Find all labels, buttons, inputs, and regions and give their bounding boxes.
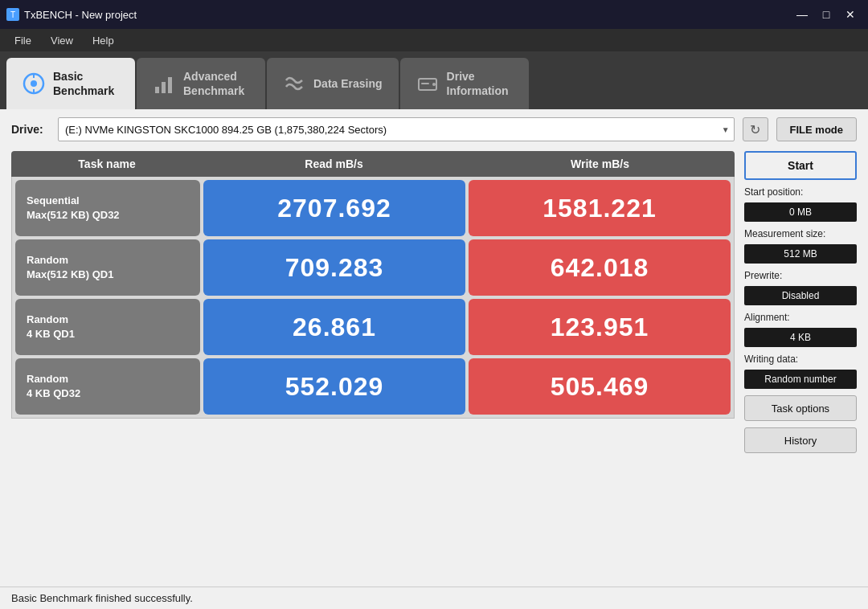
table-row: Random4 KB QD32 552.029 505.469 xyxy=(15,358,731,415)
content-layout: Task name Read mB/s Write mB/s Sequentia… xyxy=(11,151,857,593)
table-row: SequentialMax(512 KB) QD32 2707.692 1581… xyxy=(15,180,731,236)
svg-rect-5 xyxy=(162,82,166,93)
tab-basic-benchmark[interactable]: BasicBenchmark xyxy=(6,58,135,109)
row-0-name: SequentialMax(512 KB) QD32 xyxy=(15,180,200,236)
window-title: TxBENCH - New project xyxy=(24,9,137,21)
row-1-name: RandomMax(512 KB) QD1 xyxy=(15,239,200,296)
prewrite-value: Disabled xyxy=(744,286,857,305)
tab-drive-information[interactable]: DriveInformation xyxy=(400,58,529,109)
status-message: Basic Benchmark finished successfully. xyxy=(11,592,193,604)
title-bar-left: T TxBENCH - New project xyxy=(6,8,137,21)
tab-erasing-label: Data Erasing xyxy=(313,76,383,91)
start-position-label: Start position: xyxy=(744,186,857,198)
table-body: SequentialMax(512 KB) QD32 2707.692 1581… xyxy=(11,177,735,419)
file-mode-button[interactable]: FILE mode xyxy=(776,117,857,141)
row-3-read: 552.029 xyxy=(203,358,465,415)
tab-bar: BasicBenchmark AdvancedBenchmark Data Er… xyxy=(0,51,868,109)
drive-label: Drive: xyxy=(11,123,50,136)
row-2-read: 26.861 xyxy=(203,299,465,355)
row-0-read: 2707.692 xyxy=(203,180,465,236)
task-options-button[interactable]: Task options xyxy=(744,395,857,421)
start-position-value: 0 MB xyxy=(744,202,857,222)
row-3-write: 505.469 xyxy=(469,358,731,415)
menu-bar: File View Help xyxy=(0,29,868,51)
drive-select-wrapper: (E:) NVMe KINGSTON SKC1000 894.25 GB (1,… xyxy=(58,117,735,141)
col-read: Read mB/s xyxy=(203,157,465,170)
benchmark-table: Task name Read mB/s Write mB/s Sequentia… xyxy=(11,151,735,593)
measurement-size-label: Measurement size: xyxy=(744,228,857,239)
svg-rect-4 xyxy=(155,87,159,93)
status-bar: Basic Benchmark finished successfully. xyxy=(0,587,868,609)
tab-drive-label: DriveInformation xyxy=(447,69,509,98)
tab-basic-label: BasicBenchmark xyxy=(53,69,114,98)
app-icon: T xyxy=(6,8,19,21)
row-2-write: 123.951 xyxy=(469,299,731,355)
row-1-read: 709.283 xyxy=(203,239,465,296)
alignment-label: Alignment: xyxy=(744,312,857,323)
alignment-value: 4 KB xyxy=(744,328,857,347)
row-0-write: 1581.221 xyxy=(469,180,731,236)
svg-rect-9 xyxy=(421,83,429,84)
right-panel: Start Start position: 0 MB Measurement s… xyxy=(744,151,857,593)
writing-data-value: Random number xyxy=(744,370,857,389)
menu-file[interactable]: File xyxy=(6,33,39,48)
row-3-name: Random4 KB QD32 xyxy=(15,358,200,415)
drive-row: Drive: (E:) NVMe KINGSTON SKC1000 894.25… xyxy=(11,117,857,141)
prewrite-label: Prewrite: xyxy=(744,270,857,281)
minimize-button[interactable]: — xyxy=(791,6,813,23)
start-button[interactable]: Start xyxy=(744,151,857,180)
close-button[interactable]: ✕ xyxy=(839,6,862,23)
table-row: Random4 KB QD1 26.861 123.951 xyxy=(15,299,731,355)
col-write: Write mB/s xyxy=(469,157,731,170)
advanced-benchmark-icon xyxy=(153,72,175,95)
data-erasing-icon xyxy=(283,72,305,95)
drive-select[interactable]: (E:) NVMe KINGSTON SKC1000 894.25 GB (1,… xyxy=(58,117,735,141)
svg-rect-6 xyxy=(168,77,172,93)
svg-point-8 xyxy=(432,83,436,86)
title-bar: T TxBENCH - New project — □ ✕ xyxy=(0,0,868,29)
writing-data-label: Writing data: xyxy=(744,354,857,365)
menu-help[interactable]: Help xyxy=(84,33,122,48)
svg-point-1 xyxy=(31,80,37,87)
row-1-write: 642.018 xyxy=(469,239,731,296)
row-2-name: Random4 KB QD1 xyxy=(15,299,200,355)
menu-view[interactable]: View xyxy=(43,33,81,48)
title-bar-controls: — □ ✕ xyxy=(791,6,862,23)
history-button[interactable]: History xyxy=(744,427,857,453)
drive-information-icon xyxy=(416,72,439,95)
measurement-size-value: 512 MB xyxy=(744,244,857,264)
table-header: Task name Read mB/s Write mB/s xyxy=(11,151,735,177)
basic-benchmark-icon xyxy=(23,72,45,95)
col-task-name: Task name xyxy=(14,157,199,170)
tab-advanced-benchmark[interactable]: AdvancedBenchmark xyxy=(137,58,265,109)
main-content: Drive: (E:) NVMe KINGSTON SKC1000 894.25… xyxy=(0,109,868,609)
maximize-button[interactable]: □ xyxy=(815,6,837,23)
tab-advanced-label: AdvancedBenchmark xyxy=(183,69,244,98)
refresh-button[interactable]: ↻ xyxy=(743,117,768,141)
tab-data-erasing[interactable]: Data Erasing xyxy=(267,58,399,109)
table-row: RandomMax(512 KB) QD1 709.283 642.018 xyxy=(15,239,731,296)
